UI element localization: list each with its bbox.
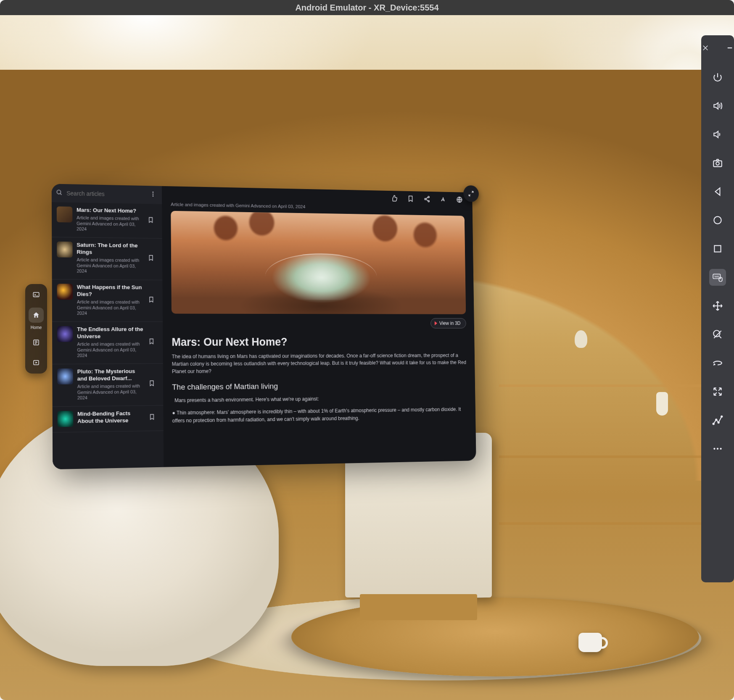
article-list-item[interactable]: Saturn: The Lord of the RingsArticle and… — [52, 237, 162, 280]
emulator-input-mode-button[interactable] — [709, 269, 726, 286]
font-size-icon — [440, 196, 446, 203]
search-input[interactable] — [66, 190, 144, 198]
bookmark-outline-icon — [148, 380, 155, 387]
article-item-title: Pluto: The Mysterious and Beloved Dwarf.… — [77, 368, 145, 383]
emulator-rotate-button[interactable] — [709, 355, 726, 371]
article-content-column[interactable]: Article and images created with Gemini A… — [162, 186, 476, 467]
emulator-more-button[interactable] — [709, 440, 726, 457]
emulator-back-button[interactable] — [709, 183, 726, 200]
svg-point-22 — [713, 448, 715, 450]
globe-button[interactable] — [456, 196, 463, 205]
emulator-zoom-button[interactable] — [709, 326, 726, 343]
window-title: Android Emulator - XR_Device:5554 — [295, 3, 438, 13]
close-icon — [702, 44, 709, 52]
nav-terminal[interactable] — [29, 287, 44, 303]
bookmark-toggle[interactable] — [148, 216, 157, 225]
article-list-item[interactable]: What Happens if the Sun Dies?Article and… — [52, 279, 163, 322]
bookmark-toggle[interactable] — [148, 296, 158, 305]
bookmark-icon — [407, 195, 414, 202]
article-subtext: Mars presents a harsh environment. Here'… — [174, 395, 467, 403]
view-in-3d-button[interactable]: View in 3D — [430, 318, 466, 329]
article-text: Pluto: The Mysterious and Beloved Dwarf.… — [77, 368, 145, 401]
article-list-item[interactable]: Pluto: The Mysterious and Beloved Dwarf.… — [52, 364, 163, 407]
emulator-overview-button[interactable] — [709, 240, 726, 257]
article-thumbnail — [58, 411, 74, 427]
video-icon — [32, 359, 40, 366]
article-list-item[interactable]: The Endless Allure of the UniverseArticl… — [52, 322, 163, 364]
article-list-item[interactable]: Mind-Bending Facts About the Universe — [53, 405, 164, 432]
emulator-home-button[interactable] — [709, 212, 726, 229]
decor-vase — [656, 392, 668, 416]
emulator-power-button[interactable] — [709, 69, 726, 86]
nav-home[interactable] — [29, 308, 44, 323]
bookmark-toggle[interactable] — [148, 338, 158, 347]
bookmark-toggle[interactable] — [148, 380, 158, 388]
bookmark-outline-icon — [148, 216, 154, 223]
move-icon — [712, 300, 723, 311]
article-list[interactable]: Mars: Our Next Home?Article and images c… — [52, 202, 164, 469]
camera-icon — [712, 158, 723, 168]
article-item-meta: Article and images created with Gemini A… — [77, 215, 143, 233]
svg-point-23 — [717, 448, 718, 450]
emulator-minimize-button[interactable] — [721, 39, 734, 56]
power-icon — [712, 72, 723, 83]
article-subheading: The challenges of Martian living — [172, 380, 467, 392]
emulator-move-button[interactable] — [709, 297, 726, 314]
nav-video[interactable] — [29, 355, 44, 370]
bookmark-outline-icon — [148, 296, 154, 303]
article-item-title: Mind-Bending Facts About the Universe — [77, 410, 145, 425]
article-item-title: Saturn: The Lord of the Rings — [77, 242, 144, 256]
svg-point-24 — [720, 448, 721, 450]
font-size-button[interactable] — [440, 196, 446, 205]
search-icon — [56, 189, 63, 197]
emulator-volume-up-button[interactable] — [709, 97, 726, 114]
emulator-metrics-button[interactable] — [709, 412, 726, 429]
svg-point-21 — [721, 416, 722, 417]
nav-articles[interactable] — [29, 335, 44, 350]
collapse-icon — [712, 386, 723, 397]
svg-point-18 — [713, 423, 714, 424]
bookmark-toggle[interactable] — [148, 255, 157, 263]
share-icon — [424, 195, 430, 203]
bookmark-button[interactable] — [407, 195, 414, 204]
svg-rect-14 — [714, 245, 721, 252]
hero-dome — [265, 253, 377, 300]
search-row — [52, 184, 162, 204]
emulator-screenshot-button[interactable] — [709, 155, 726, 171]
back-icon — [712, 186, 723, 197]
article-text: What Happens if the Sun Dies?Article and… — [77, 284, 144, 317]
article-item-meta — [77, 425, 145, 426]
home-icon — [32, 311, 40, 319]
svg-rect-0 — [33, 292, 39, 297]
emulator-volume-down-button[interactable] — [709, 126, 726, 143]
article-item-title: Mars: Our Next Home? — [77, 207, 143, 215]
app-nav-rail: Home — [25, 284, 47, 374]
window-titlebar: Android Emulator - XR_Device:5554 — [0, 0, 734, 15]
emulator-control-rail — [701, 35, 734, 582]
article-thumbnail — [57, 326, 73, 342]
list-more-button[interactable] — [148, 189, 158, 201]
article-text: Saturn: The Lord of the RingsArticle and… — [77, 242, 144, 275]
article-text: Mind-Bending Facts About the Universe — [77, 410, 145, 427]
share-button[interactable] — [424, 195, 430, 204]
article-item-meta: Article and images created with Gemini A… — [77, 257, 144, 275]
bookmark-outline-icon — [149, 413, 156, 420]
emulator-collapse-button[interactable] — [709, 383, 726, 400]
article-thumbnail — [57, 368, 73, 384]
article-lead: The idea of humans living on Mars has ca… — [172, 352, 467, 375]
terminal-icon — [32, 291, 40, 299]
article-item-title: The Endless Allure of the Universe — [77, 326, 144, 340]
article-title: Mars: Our Next Home? — [172, 336, 466, 349]
minimize-icon — [726, 44, 734, 52]
bookmark-toggle[interactable] — [149, 413, 158, 422]
emulator-close-button[interactable] — [697, 39, 714, 56]
nav-home-label: Home — [31, 325, 42, 330]
article-list-item[interactable]: Mars: Our Next Home?Article and images c… — [52, 202, 162, 239]
graph-icon — [712, 415, 723, 426]
decor-shelf — [499, 344, 705, 549]
article-item-title: What Happens if the Sun Dies? — [77, 284, 144, 298]
volume-up-icon — [712, 100, 723, 111]
thumb-up-button[interactable] — [391, 195, 398, 204]
article-text: Mars: Our Next Home?Article and images c… — [77, 207, 144, 233]
article-thumbnail — [57, 242, 73, 258]
